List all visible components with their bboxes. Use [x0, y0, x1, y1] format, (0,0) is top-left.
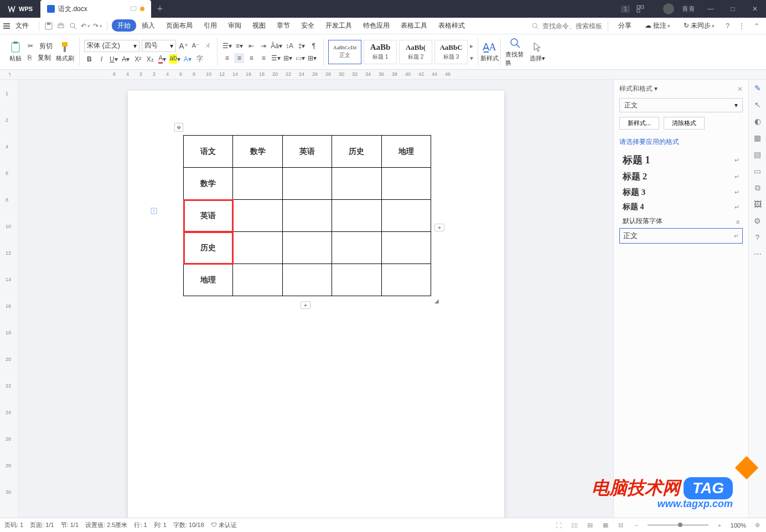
hamburger-icon[interactable]	[3, 23, 10, 29]
ribbon-tab-11[interactable]: 表格样式	[433, 19, 470, 32]
table-resize-handle[interactable]: ◢	[434, 298, 439, 304]
case-button[interactable]: Ăà▾	[271, 41, 282, 51]
search-icon[interactable]	[530, 21, 540, 31]
line-spacing-button[interactable]: ‡▾	[297, 41, 307, 51]
align-center-button[interactable]: ≡	[234, 53, 244, 63]
align-left-button[interactable]: ≡	[222, 53, 232, 63]
superscript-button[interactable]: X²	[133, 54, 143, 64]
indent-increase-button[interactable]: ⇥	[258, 41, 268, 51]
ribbon-tab-5[interactable]: 视图	[247, 19, 271, 32]
collapse-ribbon-icon[interactable]: ⌃	[754, 22, 759, 30]
snap-button[interactable]: ⊞▾	[283, 53, 293, 63]
style-list-item-5[interactable]: 正文↵	[619, 228, 743, 244]
fit-icon[interactable]: ⊕	[753, 521, 762, 529]
style-card-2[interactable]: AaBb(标题 2	[399, 40, 432, 64]
search-input[interactable]	[542, 22, 603, 30]
format-painter-button[interactable]: 格式刷	[55, 41, 75, 63]
indent-decrease-button[interactable]: ⇤	[246, 41, 256, 51]
new-style-button[interactable]: A̲A 新样式	[479, 34, 499, 69]
style-list-item-3[interactable]: 标题 4↵	[619, 200, 743, 214]
font-size-select[interactable]: 四号▾	[142, 40, 176, 52]
readmode-icon[interactable]: ▯▯	[570, 521, 579, 529]
cell-r1c3[interactable]: 英语	[282, 136, 332, 168]
undo-icon[interactable]: ↶▾	[80, 21, 90, 31]
more-rail-icon[interactable]: ⋯	[753, 249, 763, 259]
distribute-button[interactable]: ☰▾	[271, 53, 281, 63]
preview-icon[interactable]	[68, 21, 78, 31]
share-button[interactable]: 分享	[613, 19, 637, 33]
outline-icon[interactable]: ⊟	[617, 521, 625, 529]
help-icon[interactable]: ?	[726, 22, 729, 30]
ruler-corner-icon[interactable]: ˥	[0, 70, 19, 79]
select-button[interactable]: 选择▾	[527, 41, 547, 63]
user-area[interactable]: 青青	[659, 3, 700, 14]
ribbon-tab-9[interactable]: 特色应用	[358, 19, 395, 32]
copy-button[interactable]: ⎘ 复制	[28, 53, 53, 63]
cell-r1c1[interactable]: 语文	[184, 136, 233, 168]
refresh-icon[interactable]: ◐	[753, 116, 763, 126]
cell-r1c4[interactable]: 历史	[332, 136, 381, 168]
style-list-item-4[interactable]: 默认段落字体a	[619, 214, 743, 228]
clear-format-icon[interactable]: ㄨ	[203, 41, 213, 51]
apps-icon[interactable]	[636, 5, 659, 13]
notification-badge[interactable]: 1	[614, 5, 636, 13]
ribbon-tab-10[interactable]: 表格工具	[395, 19, 433, 32]
clear-format-button[interactable]: 清除格式	[664, 117, 705, 130]
subscript-button[interactable]: X₂	[145, 54, 155, 64]
align-justify-button[interactable]: ≡	[258, 53, 268, 63]
arrow-cursor-icon[interactable]: ↖	[753, 100, 763, 110]
paragraph-marks-button[interactable]: ¶	[309, 41, 319, 51]
help-rail-icon[interactable]: ?	[753, 233, 763, 242]
add-column-handle[interactable]: +	[434, 224, 444, 231]
style-card-3[interactable]: AaBbC标题 3	[434, 40, 468, 64]
zoom-slider[interactable]	[648, 524, 708, 526]
file-menu[interactable]: 文件	[15, 21, 29, 30]
shapes-icon[interactable]: ▦	[753, 133, 763, 143]
weblayout-icon[interactable]: ▦	[601, 521, 610, 529]
paste-button[interactable]: 粘贴	[6, 41, 25, 63]
new-style-panel-button[interactable]: 新样式...	[619, 117, 659, 130]
style-card-0[interactable]: AaBbCcDd正文	[328, 40, 361, 64]
print-icon[interactable]	[56, 21, 66, 31]
save-icon[interactable]	[44, 21, 54, 31]
status-cert[interactable]: 🛡 未认证	[211, 521, 237, 529]
find-replace-button[interactable]: 查找替换	[505, 37, 525, 67]
horizontal-ruler[interactable]: ˥ 64224681012141618202224262830323436384…	[0, 70, 766, 80]
vertical-ruler[interactable]: 124681012141618202224262830	[0, 80, 19, 518]
screen-icon[interactable]	[130, 6, 137, 12]
underline-button[interactable]: U▾	[108, 54, 118, 64]
insert-indicator-icon[interactable]	[150, 207, 158, 215]
align-right-button[interactable]: ≡	[246, 53, 256, 63]
style-list-item-1[interactable]: 标题 2↵	[619, 169, 743, 185]
table-icon[interactable]: ▤	[753, 149, 763, 159]
zoom-value[interactable]: 100%	[731, 522, 746, 529]
cell-r3c1[interactable]: 英语	[184, 200, 233, 232]
annotate-button[interactable]: ☁ 批注▾	[639, 19, 676, 33]
close-button[interactable]: ✕	[744, 5, 766, 13]
phonetic-button[interactable]: 字	[195, 54, 205, 64]
cell-r1c5[interactable]: 地理	[381, 136, 431, 168]
status-setting[interactable]: 设置值: 2.5厘米	[85, 521, 127, 529]
font-name-select[interactable]: 宋体 (正文)▾	[84, 40, 139, 52]
settings-icon[interactable]: ⚙	[753, 216, 763, 226]
cell-r1c2[interactable]: 数学	[233, 136, 282, 168]
style-gallery-more[interactable]: ▸▾	[470, 40, 473, 64]
image-icon[interactable]: 🖼	[753, 199, 763, 209]
style-list-item-2[interactable]: 标题 3↵	[619, 185, 743, 200]
ribbon-tab-0[interactable]: 开始	[112, 19, 136, 32]
fullscreen-icon[interactable]: ⛶	[555, 522, 563, 529]
bold-button[interactable]: B	[84, 54, 94, 64]
ribbon-tab-6[interactable]: 章节	[271, 19, 296, 32]
style-card-1[interactable]: AaBb标题 1	[364, 40, 397, 64]
ribbon-tab-2[interactable]: 页面布局	[161, 19, 198, 32]
zoom-out-icon[interactable]: −	[632, 522, 641, 529]
table-move-handle[interactable]: ✥	[174, 123, 183, 132]
status-section[interactable]: 节: 1/1	[61, 521, 79, 529]
panel-close-icon[interactable]: ✕	[737, 85, 743, 93]
minimize-button[interactable]: —	[700, 5, 722, 13]
ribbon-tab-4[interactable]: 审阅	[222, 19, 247, 32]
unsync-button[interactable]: ↻ 未同步▾	[678, 19, 720, 33]
highlight-button[interactable]: ab▾	[169, 54, 180, 64]
text-effects-button[interactable]: A▾	[183, 54, 193, 64]
sort-button[interactable]: ↕A	[284, 41, 294, 51]
